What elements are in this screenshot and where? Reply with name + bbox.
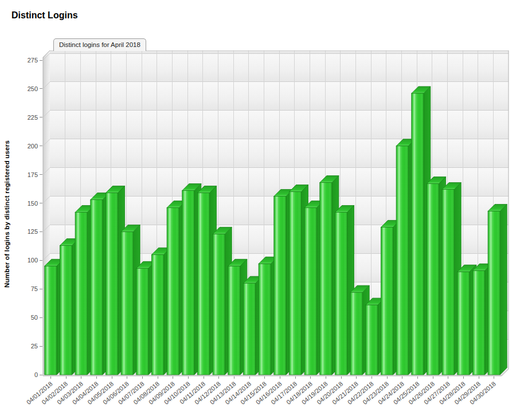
bar-front-face (60, 245, 72, 375)
bar-front-face (427, 184, 439, 375)
bar-front-face (182, 191, 194, 375)
y-tick-label: 100 (28, 257, 38, 264)
bar-chart: 025507510012515017520022525027504/01/201… (20, 50, 524, 420)
bar-front-face (274, 197, 286, 375)
y-axis: 0255075100125150175200225250275 (28, 57, 42, 378)
bar-front-face (45, 266, 57, 375)
bar-front-face (366, 305, 378, 375)
y-axis-title: Number of logins by distinct registered … (3, 140, 10, 288)
bar-front-face (412, 93, 424, 375)
bar-front-face (289, 192, 301, 375)
bar-front-face (259, 264, 271, 375)
page-title: Distinct Logins (11, 10, 78, 21)
bar-04/30/2018[interactable] (488, 205, 507, 375)
bar-front-face (488, 211, 500, 375)
bar-front-face (320, 183, 332, 375)
bar-front-face (105, 193, 118, 375)
chart-series-tab[interactable]: Distinct logins for April 2018 (53, 38, 146, 51)
y-tick-label: 0 (34, 371, 38, 378)
bar-front-face (350, 292, 362, 375)
y-tick-label: 200 (28, 143, 38, 150)
bar-front-face (442, 190, 454, 375)
y-tick-label: 25 (31, 343, 38, 350)
y-tick-label: 125 (28, 228, 38, 235)
y-axis-title-wrap: Number of logins by distinct registered … (3, 50, 10, 377)
y-tick-label: 150 (28, 200, 38, 207)
bar-front-face (228, 266, 240, 375)
bar-front-face (472, 270, 484, 375)
y-tick-label: 275 (28, 57, 38, 64)
bar-front-face (304, 208, 316, 375)
bar-front-face (167, 208, 179, 375)
bar-front-face (121, 231, 133, 375)
y-tick-label: 225 (28, 114, 38, 121)
x-axis: 04/01/201804/02/201804/03/201804/04/2018… (25, 376, 497, 406)
bar-front-face (136, 268, 148, 375)
bar-front-face (213, 234, 225, 375)
bar-front-face (457, 272, 470, 375)
y-tick-label: 75 (31, 285, 38, 292)
y-tick-label: 175 (28, 171, 38, 178)
bar-front-face (151, 254, 163, 375)
bar-side-face (500, 205, 507, 375)
bar-front-face (243, 283, 255, 375)
bar-front-face (396, 146, 408, 375)
chart-area: 025507510012515017520022525027504/01/201… (20, 50, 524, 420)
bar-front-face (91, 200, 103, 375)
y-tick-label: 50 (31, 314, 38, 321)
bar-front-face (335, 213, 347, 375)
y-tick-label: 250 (28, 85, 38, 92)
bar-front-face (197, 193, 209, 375)
page: Distinct Logins Number of logins by dist… (0, 0, 524, 420)
bar-front-face (75, 213, 87, 375)
bar-front-face (381, 227, 393, 375)
